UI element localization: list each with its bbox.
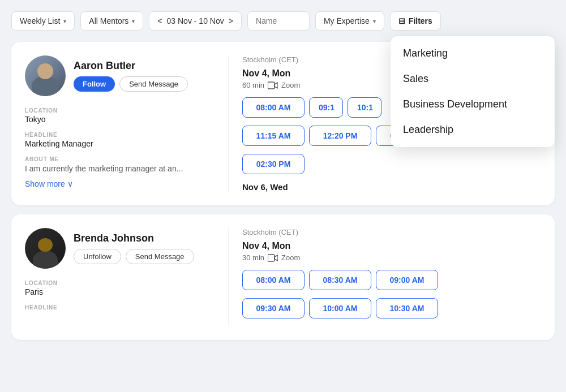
time-slot-btn[interactable]: 08:30 AM xyxy=(309,270,371,290)
time-slot-btn[interactable]: 08:00 AM xyxy=(242,270,305,290)
send-message-button-1[interactable]: Send Message xyxy=(126,249,194,264)
date-prev-button[interactable]: < xyxy=(157,16,162,25)
time-slot-btn[interactable]: 10:30 AM xyxy=(376,298,438,318)
mentor-details-1: LOCATION Paris HEADLINE xyxy=(25,280,215,311)
filter-icon: ⊟ xyxy=(398,16,405,25)
mentor-actions-0: Follow Send Message xyxy=(74,76,188,92)
time-slots-row1-1: 08:00 AM 08:30 AM 09:00 AM xyxy=(242,270,541,290)
mentor-details-0: LOCATION Tokyo HEADLINE Marketing Manage… xyxy=(25,107,215,189)
mentor-card-right-1: Stockholm (CET) Nov 4, Mon 30 min Zoom 0… xyxy=(229,228,541,326)
mentor-actions-1: Unfollow Send Message xyxy=(74,249,194,264)
time-slot-btn[interactable]: 09:00 AM xyxy=(376,270,438,290)
expertise-option-marketing[interactable]: Marketing xyxy=(391,41,555,66)
expertise-dropdown-btn[interactable]: My Expertise ▾ xyxy=(315,11,384,31)
location-label-0: LOCATION xyxy=(25,107,215,114)
schedule-date-1: Nov 4, Mon xyxy=(242,241,541,251)
location-label-1: LOCATION xyxy=(25,280,215,286)
time-slots-row2-1: 09:30 AM 10:00 AM 10:30 AM xyxy=(242,298,541,318)
time-slots-row3-0: 02:30 PM xyxy=(242,154,541,174)
about-value-0: I am currently the marketing manager at … xyxy=(25,163,215,175)
expertise-dropdown-scroll[interactable]: Marketing Sales Business Development Lea… xyxy=(391,41,555,143)
show-more-0[interactable]: Show more ∨ xyxy=(25,179,73,188)
date-navigator: < 03 Nov - 10 Nov > xyxy=(149,11,242,31)
filters-label: Filters xyxy=(409,16,432,25)
mentor-header-0: Aaron Butler Follow Send Message xyxy=(25,55,215,96)
svg-rect-0 xyxy=(268,82,275,89)
schedule-meta-1: 30 min Zoom xyxy=(242,253,541,262)
avatar-1 xyxy=(25,228,66,269)
date-range-label: 03 Nov - 10 Nov xyxy=(167,16,224,25)
mentor-header-1: Brenda Johnson Unfollow Send Message xyxy=(25,228,215,269)
expertise-label: My Expertise xyxy=(324,16,370,25)
date-next-button[interactable]: > xyxy=(229,16,233,25)
zoom-icon-1 xyxy=(268,254,278,262)
name-search-input[interactable] xyxy=(247,11,310,31)
mentor-card-1: Brenda Johnson Unfollow Send Message LOC… xyxy=(11,214,555,340)
mentor-card-left-0: Aaron Butler Follow Send Message LOCATIO… xyxy=(25,55,229,192)
chevron-down-icon: ∨ xyxy=(67,179,73,188)
filters-button[interactable]: ⊟ Filters xyxy=(390,11,441,31)
expertise-option-business-dev[interactable]: Business Development xyxy=(391,92,555,117)
expertise-option-sales[interactable]: Sales xyxy=(391,66,555,92)
chevron-down-icon: ▾ xyxy=(132,18,135,24)
zoom-icon-0 xyxy=(268,81,278,89)
weekly-list-label: Weekly List xyxy=(20,16,60,25)
weekly-list-dropdown[interactable]: Weekly List ▾ xyxy=(11,11,75,31)
top-bar: Weekly List ▾ All Mentors ▾ < 03 Nov - 1… xyxy=(11,11,555,31)
all-mentors-label: All Mentors xyxy=(89,16,128,25)
location-value-1: Paris xyxy=(25,287,215,296)
mentor-card-left-1: Brenda Johnson Unfollow Send Message LOC… xyxy=(25,228,229,326)
about-label-0: ABOUT ME xyxy=(25,156,215,162)
time-slot-btn-partial2[interactable]: 10:1 xyxy=(348,97,381,118)
unfollow-button-1[interactable]: Unfollow xyxy=(74,249,121,264)
expertise-option-leadership[interactable]: Leadership xyxy=(391,117,555,143)
follow-button-0[interactable]: Follow xyxy=(74,76,115,92)
time-slot-btn[interactable]: 12:20 PM xyxy=(309,126,371,146)
svg-rect-1 xyxy=(268,255,275,261)
expertise-dropdown-overlay: Marketing Sales Business Development Lea… xyxy=(391,36,555,147)
schedule-date-next-0: Nov 6, Wed xyxy=(242,182,541,192)
send-message-button-0[interactable]: Send Message xyxy=(119,76,188,92)
chevron-down-icon: ▾ xyxy=(373,18,376,24)
headline-value-0: Marketing Manager xyxy=(25,139,215,148)
location-value-0: Tokyo xyxy=(25,115,215,124)
time-slot-btn[interactable]: 02:30 PM xyxy=(242,154,305,174)
time-slot-btn[interactable]: 10:00 AM xyxy=(309,298,371,318)
headline-label-0: HEADLINE xyxy=(25,132,215,138)
time-slot-btn[interactable]: 09:30 AM xyxy=(242,298,305,318)
time-slot-btn[interactable]: 08:00 AM xyxy=(242,97,305,118)
time-slot-btn[interactable]: 11:15 AM xyxy=(242,126,305,146)
time-slot-btn-partial[interactable]: 09:1 xyxy=(309,97,343,118)
mentor-name-1: Brenda Johnson xyxy=(74,232,194,244)
avatar-0 xyxy=(25,55,66,96)
all-mentors-dropdown[interactable]: All Mentors ▾ xyxy=(80,11,143,31)
timezone-1: Stockholm (CET) xyxy=(242,228,541,236)
chevron-down-icon: ▾ xyxy=(63,18,66,24)
mentor-name-0: Aaron Butler xyxy=(74,60,188,72)
headline-label-1: HEADLINE xyxy=(25,304,215,311)
